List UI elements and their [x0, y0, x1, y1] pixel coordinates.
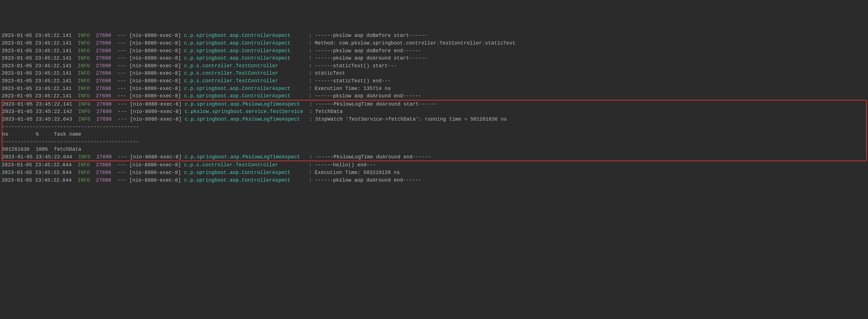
log-timestamp: 2023-01-05 23:45:22.643 [2, 116, 75, 122]
log-pid: 27690 [97, 116, 115, 122]
log-timestamp: 2023-01-05 23:45:22.141 [2, 93, 75, 99]
log-separator: : [309, 170, 315, 176]
log-level: INFO [79, 116, 94, 122]
log-pid: 27690 [96, 55, 114, 61]
log-pid: 27690 [97, 154, 115, 160]
log-line: 2023-01-05 23:45:22.644 INFO 27690 --- [… [2, 169, 868, 177]
log-thread: [nio-8080-exec-8] [129, 40, 184, 46]
log-pid: 27690 [97, 109, 115, 115]
log-message: ------pkslow aop doAround start------ [315, 55, 427, 61]
log-separator: : [309, 162, 315, 168]
log-thread: [nio-8080-exec-8] [129, 170, 184, 176]
log-level: INFO [79, 154, 94, 160]
log-class: c.p.s.controller.TestController [184, 70, 309, 76]
log-class: c.p.s.controller.TestController [184, 63, 309, 69]
log-separator: : [309, 93, 315, 99]
log-timestamp: 2023-01-05 23:45:22.141 [2, 101, 75, 107]
log-separator: : [309, 63, 315, 69]
log-timestamp: 2023-01-05 23:45:22.644 [2, 154, 75, 160]
log-separator: --- [117, 93, 129, 99]
log-class: c.p.springboot.aop.ControllerAspect [184, 93, 309, 99]
log-line: 2023-01-05 23:45:22.644 INFO 27690 --- [… [2, 161, 868, 169]
log-separator: --- [117, 40, 129, 46]
log-thread: [nio-8080-exec-8] [129, 78, 184, 84]
log-pid: 27690 [96, 48, 114, 54]
log-thread: [nio-8080-exec-8] [130, 154, 185, 160]
log-level: INFO [78, 78, 93, 84]
log-pid: 27690 [96, 33, 114, 38]
log-line: 2023-01-05 23:45:22.141 INFO 27690 --- [… [2, 47, 868, 55]
log-message: ------pkslow aop doBefore end------ [315, 48, 421, 54]
log-line: 2023-01-05 23:45:22.644 INFO 27690 --- [… [2, 177, 868, 184]
log-separator: : [309, 48, 315, 54]
log-class: c.p.springboot.aop.PkslowLogTimeAspect [185, 154, 309, 160]
log-separator: --- [117, 63, 129, 69]
log-thread: [nio-8080-exec-8] [129, 86, 184, 91]
log-message: ------PkslowLogTime doAround start------ [315, 101, 437, 107]
log-timestamp: 2023-01-05 23:45:22.141 [2, 33, 75, 38]
log-class: c.p.s.controller.TestController [184, 162, 309, 168]
log-timestamp: 2023-01-05 23:45:22.141 [2, 40, 75, 46]
log-class: c.pkslow.springboot.service.TestService [185, 109, 309, 115]
log-class: c.p.s.controller.TestController [184, 78, 309, 84]
log-message: fetchData [315, 109, 343, 115]
log-thread: [nio-8080-exec-8] [129, 93, 184, 99]
log-line: 2023-01-05 23:45:22.141 INFO 27690 --- [… [2, 100, 866, 108]
log-level: INFO [78, 33, 93, 38]
log-pid: 27690 [96, 40, 114, 46]
log-thread: [nio-8080-exec-8] [130, 101, 185, 107]
log-separator: : [309, 40, 315, 46]
log-class: c.p.springboot.aop.ControllerAspect [184, 40, 309, 46]
log-separator: --- [118, 154, 130, 160]
log-separator: : [309, 78, 315, 84]
log-line: 2023-01-05 23:45:22.142 INFO 27690 --- [… [2, 108, 866, 116]
log-message: StopWatch 'TestService->fetchData': runn… [315, 116, 507, 122]
log-thread: [nio-8080-exec-8] [129, 55, 184, 61]
log-thread: [nio-8080-exec-8] [129, 70, 184, 76]
log-thread: [nio-8080-exec-8] [129, 48, 184, 54]
log-class: c.p.springboot.aop.PkslowLogTimeAspect [185, 116, 309, 122]
log-pid: 27690 [96, 93, 114, 99]
log-separator: : [309, 55, 315, 61]
log-separator: --- [117, 55, 129, 61]
log-level: INFO [78, 170, 93, 176]
log-thread: [nio-8080-exec-8] [129, 162, 184, 168]
highlight-region: 2023-01-05 23:45:22.141 INFO 27690 --- [… [2, 100, 867, 161]
log-class: c.p.springboot.aop.ControllerAspect [184, 48, 309, 54]
log-message: ------pkslow aop doAround end------ [315, 178, 421, 183]
log-line: 2023-01-05 23:45:22.141 INFO 27690 --- [… [2, 32, 868, 39]
log-message: ------PkslowLogTime doAround end------ [315, 154, 431, 160]
log-level: INFO [78, 86, 93, 91]
log-separator: --- [117, 162, 129, 168]
log-message: Execution Time: 503210120 ns [315, 170, 400, 176]
log-line: 2023-01-05 23:45:22.141 INFO 27690 --- [… [2, 55, 868, 62]
log-level: INFO [78, 63, 93, 69]
log-separator: --- [117, 78, 129, 84]
log-separator: : [309, 70, 315, 76]
log-message: ------pkslow aop doAround end------ [315, 93, 421, 99]
stopwatch-header: ns % Task name [2, 131, 866, 138]
log-separator: : [309, 116, 315, 122]
log-line: 2023-01-05 23:45:22.141 INFO 27690 --- [… [2, 39, 868, 47]
log-class: c.p.springboot.aop.ControllerAspect [184, 33, 309, 38]
log-separator: : [309, 33, 315, 38]
stopwatch-row: 501261636 100% fetchData [2, 146, 866, 153]
log-pid: 27690 [97, 101, 115, 107]
log-thread: [nio-8080-exec-8] [130, 109, 185, 115]
log-message: ------hello() end--- [315, 162, 375, 168]
log-class: c.p.springboot.aop.PkslowLogTimeAspect [185, 101, 309, 107]
log-message: ------staticTest() start--- [315, 63, 397, 69]
log-line: 2023-01-05 23:45:22.644 INFO 27690 --- [… [2, 153, 866, 161]
log-output: 2023-01-05 23:45:22.141 INFO 27690 --- [… [2, 32, 868, 184]
log-timestamp: 2023-01-05 23:45:22.644 [2, 170, 75, 176]
log-message: Method: com.pkslow.springboot.controller… [315, 40, 515, 46]
log-separator: : [309, 101, 315, 107]
log-timestamp: 2023-01-05 23:45:22.141 [2, 48, 75, 54]
log-line: 2023-01-05 23:45:22.141 INFO 27690 --- [… [2, 92, 868, 100]
log-timestamp: 2023-01-05 23:45:22.142 [2, 109, 75, 115]
log-thread: [nio-8080-exec-8] [129, 63, 184, 69]
stopwatch-divider: ----------------------------------------… [2, 138, 866, 146]
log-line: 2023-01-05 23:45:22.141 INFO 27690 --- [… [2, 85, 868, 93]
log-level: INFO [78, 48, 93, 54]
log-message: staticTest [315, 70, 345, 76]
